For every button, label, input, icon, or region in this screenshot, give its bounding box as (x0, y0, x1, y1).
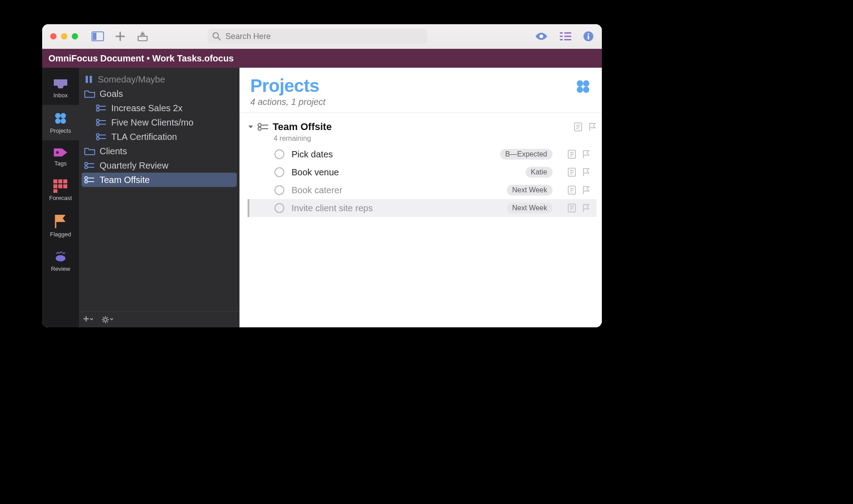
task-row[interactable]: Book venue Katie (248, 163, 596, 181)
perspective-tags[interactable]: Tags (42, 140, 79, 173)
gear-outline-icon[interactable] (101, 316, 113, 324)
note-icon[interactable] (568, 204, 576, 213)
svg-rect-9 (564, 39, 571, 40)
svg-point-40 (577, 87, 583, 93)
task-row-actions (568, 168, 590, 177)
project-name: Team Offsite (273, 121, 332, 133)
task-row[interactable]: Pick dates B—Expected (248, 145, 596, 163)
note-icon[interactable] (568, 150, 576, 159)
cleanup-icon[interactable] (135, 29, 151, 43)
flag-icon[interactable] (582, 168, 590, 177)
task-row[interactable]: Invite client site reps Next Week (248, 199, 596, 217)
content-pane: Projects 4 actions, 1 project Team Offsi… (239, 68, 602, 327)
outline-item-goal-2[interactable]: TLA Certification (79, 130, 239, 144)
svg-rect-1 (93, 33, 96, 40)
inspector-icon[interactable] (560, 32, 571, 41)
svg-rect-21 (53, 184, 57, 188)
svg-point-16 (61, 118, 66, 124)
flagged-icon (54, 214, 67, 229)
svg-rect-7 (564, 36, 571, 37)
project-remaining: 4 remaining (274, 135, 596, 143)
outline-item-goal-0[interactable]: Increase Sales 2x (79, 101, 239, 115)
note-icon[interactable] (568, 186, 576, 195)
toggle-sidebar-icon[interactable] (90, 29, 106, 43)
search-field-wrap (208, 29, 427, 44)
project-header[interactable]: Team Offsite (248, 118, 596, 135)
project-icon (96, 133, 107, 140)
project-icon (84, 162, 95, 169)
svg-point-34 (85, 166, 87, 169)
content-title: Projects (250, 76, 326, 96)
search-input[interactable] (208, 29, 427, 44)
outline-label: TLA Certification (111, 132, 177, 142)
close-window-button[interactable] (50, 33, 57, 39)
outline-label: Clients (100, 146, 127, 156)
perspective-review[interactable]: Review (42, 244, 79, 278)
svg-rect-5 (564, 32, 571, 34)
task-tag[interactable]: Next Week (507, 203, 553, 213)
svg-rect-4 (560, 32, 563, 34)
project-icon (84, 176, 95, 183)
outline-label: Five New Clients/mo (111, 117, 193, 128)
outline-folder-clients[interactable]: Clients (79, 144, 239, 158)
outline-item-team-offsite[interactable]: Team Offsite (82, 173, 237, 187)
perspective-projects[interactable]: Projects (42, 105, 79, 140)
task-title: Invite client site reps (292, 203, 373, 213)
window-controls (50, 33, 78, 39)
perspective-forecast[interactable]: Forecast (42, 173, 79, 208)
svg-rect-18 (53, 179, 57, 183)
forecast-icon (53, 179, 68, 193)
svg-point-42 (258, 124, 261, 127)
flag-icon[interactable] (582, 150, 590, 159)
flag-icon[interactable] (582, 186, 590, 195)
svg-point-11 (588, 33, 589, 35)
task-tag[interactable]: B—Expected (500, 149, 553, 160)
svg-point-13 (55, 113, 61, 118)
svg-point-31 (96, 134, 99, 136)
projects-icon (53, 111, 68, 126)
flag-icon[interactable] (588, 122, 596, 131)
outline-label: Quarterly Review (100, 161, 168, 171)
perspective-inbox[interactable]: Inbox (42, 72, 79, 105)
note-icon[interactable] (568, 168, 576, 177)
minimize-window-button[interactable] (61, 33, 67, 39)
perspective-flagged[interactable]: Flagged (42, 208, 79, 244)
outline-folder-goals[interactable]: Goals (79, 87, 239, 101)
perspective-label: Forecast (49, 195, 72, 201)
svg-rect-8 (560, 39, 563, 40)
outline-item-goal-1[interactable]: Five New Clients/mo (79, 115, 239, 130)
svg-point-41 (583, 87, 589, 93)
review-icon (53, 250, 68, 264)
task-checkbox[interactable] (274, 203, 284, 213)
outline-footer (79, 311, 239, 327)
svg-rect-20 (63, 179, 67, 183)
task-row[interactable]: Book caterer Next Week (248, 181, 596, 199)
outline-sidebar: Someday/Maybe Goals Increase Sales 2x Fi… (79, 68, 239, 327)
info-icon[interactable] (583, 31, 594, 42)
task-checkbox[interactable] (274, 185, 284, 195)
main-body: Inbox Projects Tags Forecast Flagged Rev… (42, 68, 602, 327)
zoom-window-button[interactable] (72, 33, 78, 39)
task-title: Pick dates (292, 149, 333, 160)
project-row-actions (574, 122, 596, 131)
disclosure-triangle-icon[interactable] (248, 124, 254, 130)
view-options-icon[interactable] (535, 32, 548, 41)
note-icon[interactable] (574, 122, 582, 131)
svg-rect-22 (58, 184, 62, 188)
task-tag[interactable]: Next Week (507, 185, 553, 196)
svg-point-32 (96, 137, 99, 140)
outline-item-someday[interactable]: Someday/Maybe (79, 72, 239, 87)
task-checkbox[interactable] (274, 167, 284, 177)
svg-point-43 (258, 127, 261, 130)
task-checkbox[interactable] (274, 149, 284, 159)
folder-icon (84, 147, 95, 155)
add-outline-icon[interactable] (83, 316, 93, 323)
add-icon[interactable] (112, 29, 128, 43)
task-tag[interactable]: Katie (526, 167, 553, 178)
svg-rect-23 (63, 184, 67, 188)
svg-point-27 (96, 105, 99, 108)
tags-icon (53, 147, 68, 158)
outline-item-quarterly-review[interactable]: Quarterly Review (79, 158, 239, 173)
flag-icon[interactable] (582, 204, 590, 213)
perspective-label: Flagged (50, 231, 71, 238)
